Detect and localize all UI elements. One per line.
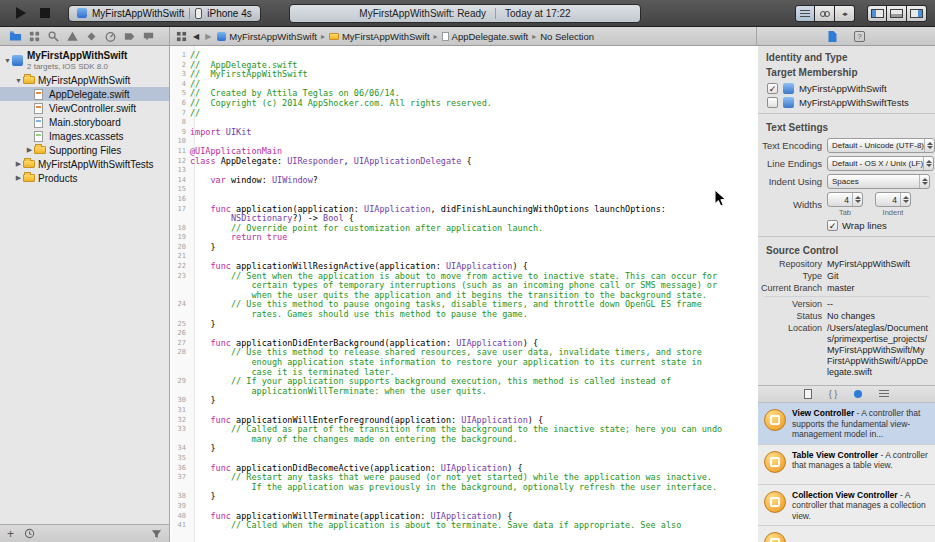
- code-line[interactable]: 8: [171, 118, 758, 128]
- scheme-selector[interactable]: MyFirstAppWithSwift iPhone 4s: [68, 5, 261, 22]
- stop-button[interactable]: [40, 8, 50, 18]
- breadcrumb-item[interactable]: MyFirstAppWithSwift: [217, 31, 317, 42]
- media-library-icon[interactable]: [879, 390, 889, 398]
- scheme-device-label: iPhone 4s: [207, 8, 251, 19]
- line-number: 1: [171, 51, 190, 61]
- popup-arrows-icon: [924, 139, 934, 152]
- code-line[interactable]: many of the changes made on entering the…: [171, 435, 758, 445]
- code-line[interactable]: 3// MyFirstAppWithSwift: [171, 70, 758, 80]
- target-checkbox[interactable]: [767, 97, 778, 108]
- breakpoint-navigator-icon[interactable]: [123, 30, 136, 43]
- object-library-icon[interactable]: [854, 390, 862, 398]
- version-editor-icon: ◂▸: [842, 10, 847, 18]
- code-line[interactable]: 6// Copyright (c) 2014 AppShocker.com. A…: [171, 99, 758, 109]
- file-template-library-icon[interactable]: [804, 389, 812, 399]
- navigator-item[interactable]: ▼MyFirstAppWithSwift2 targets, iOS SDK 8…: [0, 48, 169, 73]
- breadcrumb-item[interactable]: MyFirstAppWithSwift: [329, 31, 430, 42]
- code-line[interactable]: rates. Games should use this method to p…: [171, 310, 758, 320]
- indent-using-popup[interactable]: Spaces: [827, 174, 930, 189]
- filter-icon[interactable]: [151, 529, 162, 539]
- target-label: MyFirstAppWithSwiftTests: [799, 97, 909, 108]
- recent-files-filter-icon[interactable]: [24, 528, 35, 539]
- related-items-icon[interactable]: [176, 31, 187, 42]
- section-divider: [758, 113, 935, 114]
- code-editor[interactable]: 1//2// AppDelegate.swift3// MyFirstAppWi…: [171, 46, 758, 542]
- target-membership-list: MyFirstAppWithSwiftMyFirstAppWithSwiftTe…: [758, 83, 935, 108]
- navigator-item[interactable]: Main.storyboard: [0, 115, 169, 129]
- standard-editor-icon: [800, 10, 810, 17]
- line-number: [171, 483, 190, 493]
- disclosure-triangle[interactable]: ▶: [14, 160, 23, 168]
- library-item[interactable]: Collection View Controller - A controlle…: [758, 485, 935, 527]
- line-number: [171, 358, 190, 368]
- breadcrumb-item[interactable]: No Selection: [540, 31, 594, 42]
- code-line[interactable]: 41 // Called when the application is abo…: [171, 521, 758, 531]
- indent-width-stepper[interactable]: 4: [875, 192, 911, 207]
- tab-width-stepper[interactable]: 4: [827, 192, 863, 207]
- code-line[interactable]: 25 }: [171, 320, 758, 330]
- breadcrumb-item[interactable]: AppDelegate.swift: [442, 31, 529, 42]
- report-navigator-icon[interactable]: [142, 30, 155, 43]
- wrap-lines-checkbox[interactable]: [827, 220, 838, 231]
- navigator-item[interactable]: ▶Products: [0, 171, 169, 185]
- object-icon: [764, 451, 786, 473]
- text-encoding-popup[interactable]: Default - Unicode (UTF-8): [827, 138, 935, 153]
- issue-navigator-icon[interactable]: [66, 30, 79, 43]
- code-line[interactable]: 38 }: [171, 492, 758, 502]
- standard-editor-button[interactable]: [795, 5, 815, 22]
- code-snippet-library-icon[interactable]: { }: [829, 389, 838, 399]
- line-endings-label: Line Endings: [758, 158, 822, 169]
- line-endings-popup[interactable]: Default - OS X / Unix (LF): [827, 156, 934, 171]
- test-navigator-icon[interactable]: [85, 30, 98, 43]
- line-number: 34: [171, 444, 190, 454]
- add-file-button[interactable]: +: [7, 528, 14, 540]
- toggle-debug-area-button[interactable]: [887, 5, 907, 22]
- version-editor-button[interactable]: ◂▸: [835, 5, 855, 22]
- back-button[interactable]: ◀: [193, 32, 199, 41]
- navigator-item[interactable]: AppDelegate.swift: [0, 87, 169, 101]
- forward-button[interactable]: ▶: [205, 32, 211, 41]
- object-library-list: View Controller - A controller that supp…: [758, 403, 935, 542]
- code-line[interactable]: 30 }: [171, 396, 758, 406]
- line-number: 14: [171, 176, 190, 186]
- library-item[interactable]: View Controller - A controller that supp…: [758, 403, 935, 445]
- line-number: 25: [171, 320, 190, 330]
- project-navigator-icon[interactable]: [9, 30, 22, 43]
- library-item[interactable]: [758, 526, 935, 542]
- debug-panel-icon: [890, 9, 903, 18]
- code-line[interactable]: 14 var window: UIWindow?: [171, 176, 758, 186]
- disclosure-triangle[interactable]: ▼: [3, 57, 12, 64]
- navigator-item[interactable]: ViewController.swift: [0, 101, 169, 115]
- symbol-navigator-icon[interactable]: [28, 30, 41, 43]
- line-number: 39: [171, 502, 190, 512]
- code-line[interactable]: 9import UIKit: [171, 128, 758, 138]
- quick-help-inspector-icon[interactable]: ?: [854, 31, 865, 42]
- assistant-editor-button[interactable]: [815, 5, 835, 22]
- debug-navigator-icon[interactable]: [104, 30, 117, 43]
- disclosure-triangle[interactable]: ▶: [14, 174, 23, 182]
- code-line[interactable]: 7//: [171, 109, 758, 119]
- toggle-utilities-button[interactable]: [907, 5, 927, 22]
- code-line[interactable]: 12class AppDelegate: UIResponder, UIAppl…: [171, 157, 758, 167]
- search-navigator-icon[interactable]: [47, 30, 60, 43]
- run-button[interactable]: [16, 7, 26, 19]
- code-line[interactable]: If the application was previously in the…: [171, 483, 758, 493]
- code-line[interactable]: applicationWillTerminate: when the user …: [171, 387, 758, 397]
- target-checkbox[interactable]: [767, 83, 778, 94]
- code-line[interactable]: 34 }: [171, 444, 758, 454]
- navigator-item[interactable]: ▼MyFirstAppWithSwift: [0, 73, 169, 87]
- code-line[interactable]: 19 return true: [171, 233, 758, 243]
- library-item[interactable]: Table View Controller - A controller tha…: [758, 445, 935, 485]
- line-number: [171, 291, 190, 301]
- disclosure-triangle[interactable]: ▼: [14, 77, 23, 84]
- activity-viewer: MyFirstAppWithSwift: Ready Today at 17:2…: [289, 4, 641, 23]
- file-inspector-icon[interactable]: [827, 30, 838, 43]
- disclosure-triangle[interactable]: ▶: [25, 146, 34, 154]
- navigator-item[interactable]: Images.xcassets: [0, 129, 169, 143]
- navigator-item[interactable]: ▶Supporting Files: [0, 143, 169, 157]
- code-line[interactable]: 15: [171, 185, 758, 195]
- toggle-navigator-button[interactable]: [867, 5, 887, 22]
- code-line[interactable]: 20 }: [171, 243, 758, 253]
- target-membership-title: Target Membership: [758, 65, 935, 80]
- navigator-item[interactable]: ▶MyFirstAppWithSwiftTests: [0, 157, 169, 171]
